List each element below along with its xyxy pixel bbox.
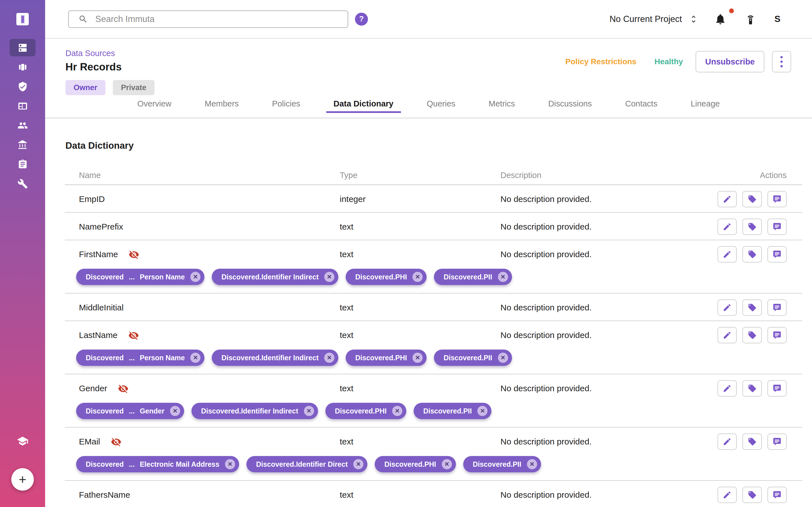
search-input[interactable] [95,14,342,24]
add-button[interactable]: + [11,468,34,491]
remove-tag-icon[interactable] [498,353,508,363]
edit-description-button[interactable] [718,219,737,235]
comments-button[interactable] [767,327,786,343]
tag-pill[interactable]: Discovered.PII [434,349,512,366]
remote-icon [745,13,756,25]
row-actions [718,487,802,507]
project-selector[interactable]: No Current Project [610,14,698,24]
tag-pill[interactable]: Discovered.PII [414,403,492,419]
tag-pill[interactable]: Discovered...Gender [76,403,184,419]
comments-button[interactable] [767,219,786,235]
tag-pill[interactable]: Discovered...Person Name [76,349,204,366]
remove-tag-icon[interactable] [190,353,200,363]
tag-pill[interactable]: Discovered.Identifier Direct [246,456,367,472]
edit-description-button[interactable] [718,299,737,316]
tag-pill[interactable]: Discovered.Identifier Indirect [212,349,338,366]
more-options-button[interactable] [772,51,791,72]
edit-description-button[interactable] [718,487,737,503]
remove-tag-icon[interactable] [527,459,537,469]
remove-tag-icon[interactable] [225,459,235,469]
tab-queries[interactable]: Queries [419,96,463,113]
page-title: Hr Records [65,61,154,73]
sidebar-item-bank[interactable] [10,136,36,154]
policy-restrictions-link[interactable]: Policy Restrictions [565,57,637,66]
tag-pill[interactable]: Discovered.PII [463,456,541,472]
health-status[interactable]: Healthy [654,57,683,66]
comments-button[interactable] [767,191,786,207]
sidebar-item-projects[interactable] [10,58,36,76]
comments-button[interactable] [767,246,786,263]
tab-discussions[interactable]: Discussions [541,96,599,113]
dns-icon [17,43,28,53]
tag-pill[interactable]: Discovered...Electronic Mail Address [76,456,239,472]
avatar[interactable]: S [774,14,780,24]
table-header: Name Type Description Actions [65,171,802,185]
sidebar-item-dns[interactable] [10,39,36,56]
edit-tags-button[interactable] [742,434,762,450]
tag-pill[interactable]: Discovered.PHI [346,269,426,285]
tab-policies[interactable]: Policies [265,96,308,113]
tag-pill[interactable]: Discovered.PII [434,269,512,285]
immuta-logo[interactable] [16,13,29,25]
sidebar-item-learn[interactable] [0,435,45,448]
edit-tags-button[interactable] [742,219,762,235]
remove-tag-icon[interactable] [324,353,335,363]
edit-tags-button[interactable] [742,299,762,316]
comments-button[interactable] [767,487,786,503]
remove-tag-icon[interactable] [304,406,314,416]
edit-tags-button[interactable] [742,327,762,343]
remove-tag-icon[interactable] [412,353,423,363]
edit-description-button[interactable] [718,434,737,450]
remove-tag-icon[interactable] [170,406,180,416]
row-actions [718,191,802,212]
tag-pill[interactable]: Discovered.PHI [325,403,406,419]
help-button[interactable]: ? [355,13,368,25]
edit-tags-button[interactable] [742,487,762,503]
remove-tag-icon[interactable] [498,272,508,282]
tab-members[interactable]: Members [197,96,246,113]
tab-overview[interactable]: Overview [130,96,179,113]
column-type: text [340,213,500,240]
comment-icon [772,437,781,446]
sidebar-item-clipboard[interactable] [10,156,36,173]
tab-data-dictionary[interactable]: Data Dictionary [326,96,401,113]
tag-pill[interactable]: Discovered.Identifier Indirect [192,403,318,419]
breadcrumb[interactable]: Data Sources [65,49,115,58]
content: Data Dictionary Name Type Description Ac… [45,118,812,507]
edit-description-button[interactable] [718,191,737,207]
remove-tag-icon[interactable] [392,406,402,416]
sidebar-item-shield-check[interactable] [10,78,36,95]
tag-icon [748,222,757,231]
remove-tag-icon[interactable] [412,272,423,282]
sidebar-item-wrench[interactable] [10,175,36,192]
whats-new-button[interactable] [745,13,756,25]
tab-metrics[interactable]: Metrics [481,96,522,113]
comments-button[interactable] [767,380,786,397]
tab-lineage[interactable]: Lineage [683,96,727,113]
remove-tag-icon[interactable] [477,406,488,416]
edit-tags-button[interactable] [742,246,762,263]
edit-description-button[interactable] [718,246,737,263]
notifications-button[interactable] [714,13,726,25]
pencil-icon [723,437,732,446]
sidebar-item-people[interactable] [10,117,36,134]
tag-pill[interactable]: Discovered.PHI [346,349,426,366]
tag-pill[interactable]: Discovered.PHI [375,456,456,472]
page-header: Data Sources Hr Records OwnerPrivate Pol… [45,39,812,118]
remove-tag-icon[interactable] [190,272,200,282]
remove-tag-icon[interactable] [353,459,363,469]
bell-icon [714,13,726,25]
unsubscribe-button[interactable]: Unsubscribe [696,51,764,72]
sidebar-item-dashboard[interactable] [10,97,36,115]
edit-description-button[interactable] [718,380,737,397]
remove-tag-icon[interactable] [324,272,335,282]
tag-pill[interactable]: Discovered...Person Name [76,269,204,285]
tag-pill[interactable]: Discovered.Identifier Indirect [212,269,338,285]
comments-button[interactable] [767,434,786,450]
tab-contacts[interactable]: Contacts [618,96,665,113]
comments-button[interactable] [767,299,786,316]
edit-tags-button[interactable] [742,380,762,397]
edit-tags-button[interactable] [742,191,762,207]
edit-description-button[interactable] [718,327,737,343]
remove-tag-icon[interactable] [442,459,452,469]
